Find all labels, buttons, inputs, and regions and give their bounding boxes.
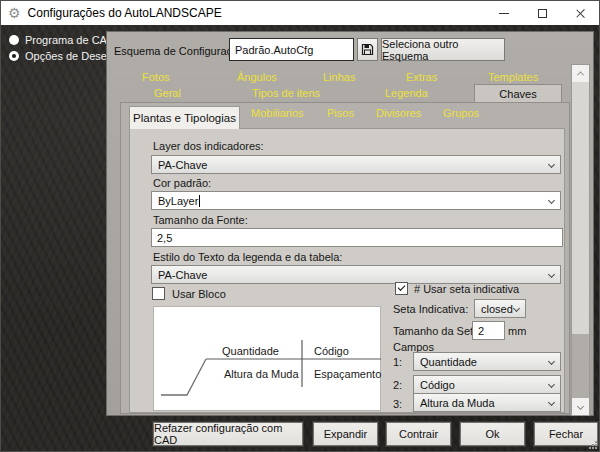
preview-espacamento: Espaçamento: [314, 368, 381, 380]
resize-grip-icon[interactable]: [589, 441, 597, 449]
scroll-up-button[interactable]: [572, 65, 589, 82]
combo-value: Altura da Muda: [420, 397, 495, 409]
campo-2-combobox[interactable]: Código: [413, 375, 561, 394]
subtab-mobiliarios[interactable]: Mobiliarios: [251, 107, 304, 119]
button-label: Expandir: [324, 428, 367, 440]
combo-value: Quantidade: [420, 356, 477, 368]
arrow-size-label: Tamanho da Seta:: [393, 325, 482, 337]
combo-value: Código: [420, 379, 455, 391]
arrow-size-input[interactable]: 2: [472, 321, 505, 340]
subtab-divisores[interactable]: Divisores: [376, 107, 421, 119]
radio-label: Opções de Desenho: [25, 50, 106, 62]
tab-label: Chaves: [499, 88, 536, 100]
tab-angulos[interactable]: Ângulos: [237, 71, 277, 83]
tab-linhas[interactable]: Linhas: [323, 71, 355, 83]
plantas-tipologias-panel: Layer dos indicadores: PA-Chave Cor padr…: [129, 128, 565, 413]
chevron-down-icon: [548, 271, 555, 278]
default-color-combobox[interactable]: ByLayer: [151, 191, 561, 210]
radio-label: Programa de CAD: [25, 34, 106, 46]
button-label: Ok: [485, 428, 499, 440]
font-size-label: Tamanho da Fonte:: [153, 214, 248, 226]
tab-legenda[interactable]: Legenda: [385, 87, 428, 99]
gear-icon: [8, 6, 21, 20]
button-label: Seleciona outro Esquema: [382, 38, 504, 62]
chevron-down-icon: [548, 161, 555, 168]
select-other-scheme-button[interactable]: Seleciona outro Esquema: [381, 38, 505, 61]
layer-combobox[interactable]: PA-Chave: [151, 155, 561, 174]
checkmark-icon: [398, 283, 406, 291]
button-label: Fechar: [549, 428, 583, 440]
campo-3-combobox[interactable]: Altura da Muda: [413, 393, 561, 412]
radio-opcoes-de-desenho[interactable]: Opções de Desenho: [9, 48, 106, 63]
preview-quantidade: Quantidade: [222, 345, 279, 357]
scroll-down-button[interactable]: [572, 398, 589, 415]
leader-line: [161, 359, 206, 395]
main-panel: Esquema de Configuração: Padrão.AutoCfg …: [106, 31, 594, 416]
scheme-label: Esquema de Configuração:: [114, 45, 247, 57]
chevron-down-icon: [548, 197, 555, 204]
button-label: Refazer configuração com CAD: [154, 422, 302, 446]
use-arrow-checkbox[interactable]: [395, 282, 408, 295]
arrow-size-unit: mm: [508, 325, 526, 337]
text-style-combobox[interactable]: PA-Chave: [151, 265, 561, 284]
tab-tipos-de-itens[interactable]: Tipos de itens: [252, 87, 320, 99]
tab-extras[interactable]: Extras: [406, 71, 437, 83]
subtab-pisos[interactable]: Pisos: [327, 107, 354, 119]
settings-dialog: Configurações do AutoLANDSCAPE Programa …: [0, 0, 600, 452]
input-value: 2,5: [157, 232, 172, 244]
subtab-grupos[interactable]: Grupos: [443, 107, 479, 119]
chaves-tab-panel: Plantas e Tipologias Mobiliarios Pisos D…: [120, 102, 570, 414]
close-icon: [575, 8, 586, 19]
arrow-type-label: Seta Indicativa:: [393, 303, 468, 315]
chevron-down-icon: [548, 358, 555, 365]
chevron-down-icon: [577, 403, 584, 410]
radio-selected-icon: [9, 51, 19, 61]
minimize-icon: [499, 13, 509, 14]
tab-fotos[interactable]: Fotos: [142, 71, 170, 83]
chevron-down-icon: [548, 381, 555, 388]
close-button[interactable]: [561, 1, 599, 25]
arrow-type-combobox[interactable]: closed: [474, 299, 526, 318]
scheme-name-input[interactable]: Padrão.AutoCfg: [229, 38, 354, 61]
save-scheme-button[interactable]: [357, 38, 378, 61]
scrollbar-thumb[interactable]: [572, 82, 589, 334]
vertical-scrollbar[interactable]: [571, 64, 590, 416]
maximize-button[interactable]: [523, 1, 561, 25]
campo-3-index: 3:: [393, 398, 402, 410]
floppy-disk-icon: [361, 43, 374, 56]
preview-altura: Altura da Muda: [224, 368, 299, 380]
use-arrow-label: # Usar seta indicativa: [414, 283, 519, 295]
combo-value: PA-Chave: [158, 269, 207, 281]
chevron-down-icon: [513, 305, 520, 312]
titlebar[interactable]: Configurações do AutoLANDSCAPE: [1, 1, 599, 25]
layer-label: Layer dos indicadores:: [153, 140, 264, 152]
default-color-label: Cor padrão:: [153, 177, 211, 189]
campo-1-index: 1:: [393, 356, 402, 368]
input-value: 2: [478, 325, 484, 337]
ok-button[interactable]: Ok: [460, 422, 525, 446]
tab-geral[interactable]: Geral: [154, 87, 181, 99]
radio-icon: [9, 35, 19, 45]
subtab-label: Plantas e Tipologias: [133, 112, 236, 124]
text-caret: [199, 195, 200, 207]
font-size-input[interactable]: 2,5: [151, 228, 563, 247]
combo-value: closed: [481, 303, 513, 315]
tab-templates[interactable]: Templates: [488, 71, 538, 83]
campo-2-index: 2:: [393, 379, 402, 391]
tab-chaves-active[interactable]: Chaves: [474, 84, 562, 102]
text-style-label: Estilo do Texto da legenda e da tabela:: [153, 251, 342, 263]
chevron-up-icon: [577, 71, 584, 78]
minimize-button[interactable]: [485, 1, 523, 25]
preview-codigo: Código: [314, 345, 349, 357]
expandir-button[interactable]: Expandir: [313, 422, 378, 446]
scheme-value: Padrão.AutoCfg: [235, 44, 313, 56]
maximize-icon: [538, 9, 547, 18]
use-block-checkbox[interactable]: [152, 287, 165, 300]
refazer-configuracao-button[interactable]: Refazer configuração com CAD: [153, 422, 303, 446]
use-block-label: Usar Bloco: [172, 288, 226, 300]
contrair-button[interactable]: Contrair: [386, 422, 451, 446]
radio-programa-de-cad[interactable]: Programa de CAD: [9, 32, 106, 47]
subtab-plantas-e-tipologias[interactable]: Plantas e Tipologias: [129, 106, 240, 129]
mode-radio-group: Programa de CAD Opções de Desenho: [9, 32, 106, 64]
campo-1-combobox[interactable]: Quantidade: [413, 352, 561, 371]
